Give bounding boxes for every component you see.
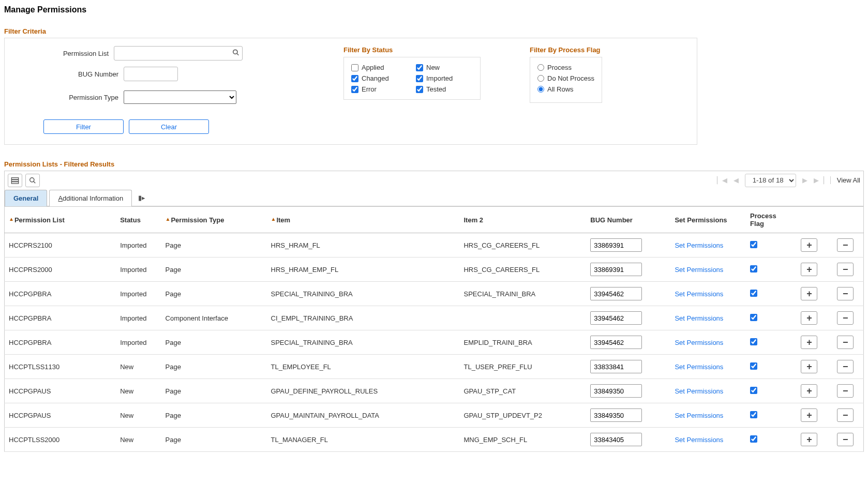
cell-status: Imported: [116, 233, 161, 257]
bug-number-cell-input[interactable]: [590, 384, 642, 398]
process-flag-checkbox[interactable]: [750, 411, 757, 418]
set-permissions-link[interactable]: Set Permissions: [675, 387, 723, 395]
bug-number-input[interactable]: [124, 67, 178, 81]
bug-number-cell-input[interactable]: [590, 238, 642, 252]
tab-additional-information[interactable]: Additional Information: [49, 190, 132, 206]
status-imported[interactable]: Imported: [416, 74, 473, 82]
page-range-select[interactable]: 1-18 of 18: [745, 174, 796, 187]
col-status[interactable]: Status: [116, 207, 161, 233]
delete-row-button[interactable]: −: [837, 311, 854, 325]
cell-permission-list: HCCPGPAUS: [5, 379, 116, 403]
set-permissions-link[interactable]: Set Permissions: [675, 363, 723, 371]
add-row-button[interactable]: +: [801, 384, 817, 398]
cell-item: GPAU_DEFINE_PAYROLL_RULES: [267, 379, 460, 403]
find-icon[interactable]: [25, 174, 40, 187]
col-item[interactable]: ▲Item: [267, 207, 460, 233]
set-permissions-link[interactable]: Set Permissions: [675, 436, 723, 444]
set-permissions-link[interactable]: Set Permissions: [675, 266, 723, 274]
status-new[interactable]: New: [416, 64, 473, 71]
add-row-button[interactable]: +: [801, 238, 817, 252]
bug-number-cell-input[interactable]: [590, 263, 642, 276]
bug-number-cell-input[interactable]: [590, 287, 642, 300]
delete-row-button[interactable]: −: [837, 433, 854, 446]
process-flag-checkbox[interactable]: [750, 338, 757, 345]
permission-type-select[interactable]: [124, 90, 236, 104]
bug-number-cell-input[interactable]: [590, 311, 642, 325]
add-row-button[interactable]: +: [801, 263, 817, 276]
set-permissions-link[interactable]: Set Permissions: [675, 241, 723, 249]
set-permissions-link[interactable]: Set Permissions: [675, 314, 723, 322]
add-row-button[interactable]: +: [801, 311, 817, 325]
bug-number-cell-input[interactable]: [590, 408, 642, 422]
col-process-flag[interactable]: Process Flag: [746, 207, 791, 233]
filter-by-process-flag-title: Filter By Process Flag: [530, 46, 602, 54]
status-error[interactable]: Error: [351, 85, 416, 93]
set-permissions-link[interactable]: Set Permissions: [675, 339, 723, 346]
add-row-button[interactable]: +: [801, 408, 817, 422]
clear-button[interactable]: Clear: [129, 119, 209, 134]
search-icon[interactable]: [232, 49, 240, 58]
set-permissions-link[interactable]: Set Permissions: [675, 412, 723, 419]
prev-page-icon[interactable]: ◀: [734, 176, 739, 184]
col-bug-number[interactable]: BUG Number: [586, 207, 670, 233]
filter-fields: Permission List BUG Number Permission Ty…: [15, 46, 243, 110]
delete-row-button[interactable]: −: [837, 408, 854, 422]
filter-criteria-box: Permission List BUG Number Permission Ty…: [4, 38, 697, 145]
add-row-button[interactable]: +: [801, 287, 817, 300]
status-tested[interactable]: Tested: [416, 85, 473, 93]
table-row: HCCPGPBRAImportedPageSPECIAL_TRAINING_BR…: [5, 330, 864, 355]
results-table: ▲Permission List Status ▲Permission Type…: [4, 206, 864, 452]
process-flag-checkbox[interactable]: [750, 435, 757, 443]
cell-permission-list: HCCPGPBRA: [5, 282, 116, 306]
cell-permission-type: Component Interface: [161, 306, 267, 330]
bug-number-cell-input[interactable]: [590, 336, 642, 349]
process-flag-all[interactable]: All Rows: [537, 85, 594, 93]
table-row: HCCPRS2000ImportedPageHRS_HRAM_EMP_FLHRS…: [5, 257, 864, 282]
cell-status: New: [116, 403, 161, 428]
delete-row-button[interactable]: −: [837, 238, 854, 252]
add-row-button[interactable]: +: [801, 336, 817, 349]
delete-row-button[interactable]: −: [837, 287, 854, 300]
set-permissions-link[interactable]: Set Permissions: [675, 290, 723, 298]
last-page-icon[interactable]: ▶▕: [814, 176, 824, 184]
permission-list-input[interactable]: [114, 46, 243, 60]
col-item2[interactable]: Item 2: [459, 207, 586, 233]
process-flag-checkbox[interactable]: [750, 314, 757, 321]
tab-general[interactable]: General: [5, 190, 47, 206]
process-flag-checkbox[interactable]: [750, 290, 757, 297]
cell-item: SPECIAL_TRAINING_BRA: [267, 282, 460, 306]
process-flag-checkbox[interactable]: [750, 241, 757, 248]
status-applied[interactable]: Applied: [351, 64, 416, 71]
col-set-permissions[interactable]: Set Permissions: [670, 207, 746, 233]
personalize-icon[interactable]: [8, 174, 22, 187]
show-all-columns-icon[interactable]: ▮▸: [134, 194, 149, 202]
first-page-icon[interactable]: ▏◀: [717, 176, 727, 184]
delete-row-button[interactable]: −: [837, 336, 854, 349]
filter-button[interactable]: Filter: [43, 119, 124, 134]
bug-number-cell-input[interactable]: [590, 360, 642, 373]
table-row: HCCPRS2100ImportedPageHRS_HRAM_FLHRS_CG_…: [5, 233, 864, 257]
status-changed-label: Changed: [362, 74, 389, 82]
process-flag-checkbox[interactable]: [750, 362, 757, 370]
add-row-button[interactable]: +: [801, 360, 817, 373]
process-flag-checkbox[interactable]: [750, 265, 757, 272]
delete-row-button[interactable]: −: [837, 384, 854, 398]
table-row: HCCPGPAUSNewPageGPAU_DEFINE_PAYROLL_RULE…: [5, 379, 864, 403]
delete-row-button[interactable]: −: [837, 360, 854, 373]
process-flag-dnp[interactable]: Do Not Process: [537, 74, 594, 82]
bug-number-cell-input[interactable]: [590, 433, 642, 446]
process-flag-process[interactable]: Process: [537, 64, 594, 71]
status-applied-label: Applied: [362, 64, 384, 71]
col-permission-type[interactable]: ▲Permission Type: [161, 207, 267, 233]
process-flag-checkbox[interactable]: [750, 387, 757, 394]
cell-item2: MNG_EMP_SCH_FL: [459, 428, 586, 452]
process-flag-dnp-label: Do Not Process: [547, 74, 594, 82]
col-permission-list[interactable]: ▲Permission List: [5, 207, 116, 233]
cell-status: Imported: [116, 282, 161, 306]
delete-row-button[interactable]: −: [837, 263, 854, 276]
cell-permission-list: HCCPTLSS1130: [5, 355, 116, 379]
view-all-link[interactable]: View All: [830, 176, 860, 184]
next-page-icon[interactable]: ▶: [802, 176, 807, 184]
status-changed[interactable]: Changed: [351, 74, 416, 82]
add-row-button[interactable]: +: [801, 433, 817, 446]
